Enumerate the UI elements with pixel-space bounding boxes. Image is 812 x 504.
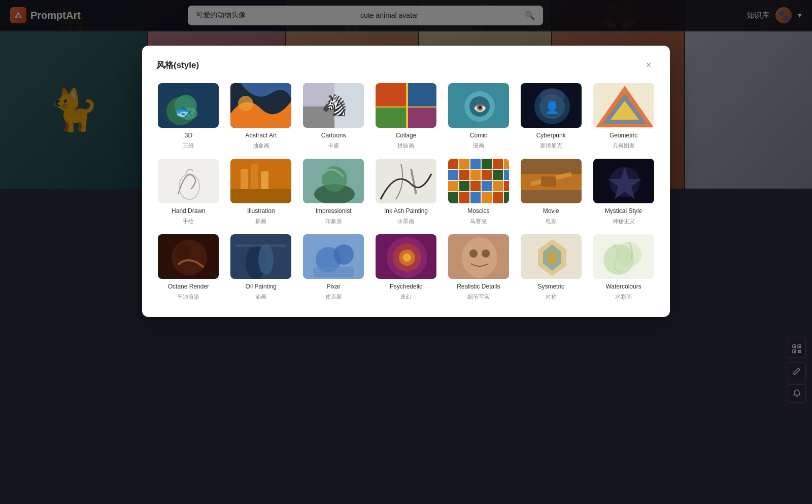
style-name-cn-mystical: 神秘主义 [613, 218, 635, 225]
svg-point-74 [172, 240, 207, 275]
style-item-inkash[interactable]: Ink Ash Painting水墨画 [374, 158, 438, 225]
style-thumb-impressionist [302, 158, 365, 204]
style-item-oilpainting[interactable]: Oil Painting油画 [229, 233, 293, 301]
style-thumb-mystical [592, 158, 655, 204]
style-item-collage[interactable]: Collage拼贴画 [374, 82, 438, 150]
svg-rect-59 [482, 181, 492, 191]
svg-rect-38 [230, 189, 292, 204]
style-name-en-impressionist: Impressionist [316, 207, 352, 214]
style-name-en-3d: 3D [185, 132, 192, 139]
svg-rect-47 [482, 159, 492, 169]
style-thumb-abstract [229, 82, 292, 129]
svg-rect-61 [504, 181, 510, 191]
svg-rect-44 [448, 159, 458, 169]
svg-point-92 [482, 249, 490, 258]
style-item-cyberpunk[interactable]: 👤Cyberpunk赛博朋克 [519, 82, 583, 150]
svg-rect-70 [541, 176, 556, 187]
style-item-pixar[interactable]: Pixar皮克斯 [301, 233, 366, 301]
style-item-illustration[interactable]: Illustration插画 [229, 158, 293, 225]
style-item-comic[interactable]: 👁️Comic漫画 [446, 82, 511, 150]
style-item-geometric[interactable]: Geometric几何图案 [591, 82, 656, 150]
svg-point-75 [176, 244, 191, 260]
svg-point-78 [258, 244, 274, 275]
style-item-impressionist[interactable]: Impressionist印象派 [301, 158, 366, 225]
svg-rect-16 [376, 107, 406, 129]
style-name-en-mosaics: Moscics [467, 207, 489, 214]
style-thumb-oilpainting [229, 233, 292, 280]
style-name-en-comic: Comic [470, 132, 487, 139]
style-thumb-geometric [592, 82, 655, 129]
style-thumb-movie [520, 158, 583, 204]
svg-point-99 [616, 242, 641, 267]
style-thumb-cartoons: 🦓 [302, 82, 365, 129]
style-name-cn-movie: 电影 [546, 218, 557, 225]
style-name-en-movie: Movie [543, 207, 559, 214]
style-thumb-inkash [375, 158, 437, 204]
style-name-cn-oilpainting: 油画 [255, 293, 266, 301]
style-grid: 🐟3D三维Abstract Art抽象画🦓Cartoons卡通Collage拼贴… [156, 82, 656, 301]
style-item-abstract[interactable]: Abstract Art抽象画 [229, 82, 293, 150]
style-item-psychedelic[interactable]: Psychedelic迷幻 [374, 233, 438, 301]
style-item-octane[interactable]: Octane Render辛迪渲染 [156, 233, 221, 301]
svg-point-82 [333, 244, 354, 265]
style-name-en-sysmetric: Sysmetric [537, 283, 564, 290]
svg-rect-31 [158, 159, 220, 204]
svg-point-88 [403, 254, 411, 262]
style-item-mystical[interactable]: Mystical Style神秘主义 [591, 158, 656, 225]
style-name-en-illustration: Illustration [247, 207, 275, 214]
style-thumb-illustration [229, 158, 292, 204]
svg-rect-65 [482, 192, 492, 204]
style-item-handdrawn[interactable]: Hand Drawn手绘 [156, 158, 221, 225]
svg-text:👁️: 👁️ [472, 101, 487, 115]
svg-rect-53 [482, 170, 492, 180]
style-thumb-psychedelic [375, 233, 437, 280]
style-name-en-cyberpunk: Cyberpunk [536, 132, 566, 139]
style-name-cn-pixar: 皮克斯 [325, 293, 342, 301]
style-item-sysmetric[interactable]: Sysmetric对称 [519, 233, 583, 301]
svg-rect-64 [470, 192, 481, 204]
style-name-en-psychedelic: Psychedelic [390, 283, 422, 290]
close-button[interactable]: × [641, 58, 656, 72]
style-item-movie[interactable]: Movie电影 [519, 158, 583, 225]
style-name-cn-geometric: 几何图案 [613, 142, 635, 150]
style-name-cn-cartoons: 卡通 [328, 142, 339, 150]
style-thumb-watercolours [592, 233, 655, 280]
style-item-cartoons[interactable]: 🦓Cartoons卡通 [301, 82, 366, 150]
style-thumb-collage [375, 82, 437, 129]
svg-rect-52 [470, 170, 481, 180]
svg-rect-42 [376, 159, 437, 204]
style-name-en-cartoons: Cartoons [321, 132, 346, 139]
svg-rect-49 [504, 159, 510, 169]
style-name-en-oilpainting: Oil Painting [246, 283, 277, 290]
style-thumb-pixar [302, 233, 365, 280]
style-name-en-realistic: Realistic Details [457, 283, 500, 290]
style-thumb-comic: 👁️ [447, 82, 510, 129]
style-name-cn-octane: 辛迪渲染 [177, 293, 199, 301]
style-name-en-watercolours: Watercolours [605, 283, 641, 290]
modal-header: 风格(style) × [156, 58, 656, 72]
style-thumb-realistic [447, 233, 510, 280]
style-name-en-collage: Collage [396, 132, 417, 139]
svg-text:👤: 👤 [545, 100, 560, 115]
svg-point-90 [462, 237, 497, 278]
style-item-watercolours[interactable]: Watercolours水彩画 [591, 233, 656, 301]
svg-point-91 [469, 249, 478, 258]
svg-point-8 [238, 96, 253, 111]
svg-rect-56 [448, 181, 458, 191]
style-item-3d[interactable]: 🐟3D三维 [156, 82, 221, 150]
style-name-cn-impressionist: 印象派 [325, 218, 342, 225]
svg-rect-45 [459, 159, 469, 169]
style-name-cn-realistic: 细节写实 [467, 293, 490, 301]
style-item-realistic[interactable]: Realistic Details细节写实 [446, 233, 511, 301]
style-name-en-pixar: Pixar [326, 283, 340, 290]
modal-title: 风格(style) [156, 59, 199, 71]
style-name-cn-handdrawn: 手绘 [183, 218, 194, 225]
svg-rect-67 [504, 192, 510, 204]
svg-rect-46 [470, 159, 481, 169]
style-name-cn-mosaics: 马赛克 [470, 218, 487, 225]
style-modal: 风格(style) × 🐟3D三维Abstract Art抽象画🦓Cartoon… [142, 46, 670, 317]
style-name-cn-watercolours: 水彩画 [615, 293, 632, 301]
svg-rect-60 [493, 181, 503, 191]
style-thumb-sysmetric [520, 233, 583, 280]
style-item-mosaics[interactable]: Moscics马赛克 [446, 158, 511, 225]
